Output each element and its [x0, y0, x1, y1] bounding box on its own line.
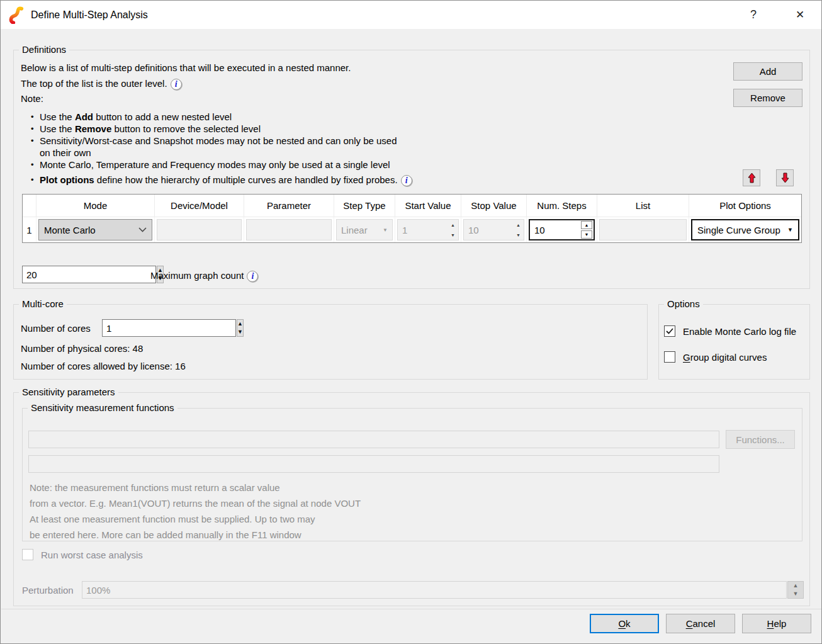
help-button[interactable]: Help [742, 614, 811, 633]
bullet-text: Use the Remove button to remove the sele… [40, 123, 261, 135]
intro-line2-row: The top of the list is the outer level.i [21, 76, 351, 91]
spin-down-icon[interactable]: ▼ [788, 590, 803, 598]
max-graph-count-spinbox: ▲▼ [22, 266, 147, 283]
title-bar: Define Multi-Step Analysis ? ✕ [1, 1, 821, 29]
col-header-parameter: Parameter [244, 195, 334, 217]
bullet-text: Monte Carlo, Temperature and Frequency m… [40, 159, 390, 171]
spin-up-icon[interactable]: ▲ [237, 320, 243, 328]
sensitivity-parameters-group-label: Sensitivity parameters [19, 387, 118, 397]
col-header-blank [23, 195, 37, 217]
info-icon[interactable]: i [171, 79, 182, 90]
num-steps-value: 10 [530, 225, 580, 235]
table-header-row: Mode Device/Model Parameter Step Type St… [23, 195, 801, 217]
run-worst-case-label: Run worst case analysis [41, 550, 143, 560]
spin-up-icon[interactable]: ▲ [448, 220, 458, 230]
spin-down-icon[interactable]: ▼ [448, 230, 458, 240]
measurement-note-2: At least one measurement function must b… [30, 511, 315, 543]
row-number: 1 [23, 217, 37, 242]
spin-down-icon[interactable]: ▼ [513, 230, 524, 240]
spin-down-icon[interactable]: ▼ [237, 328, 243, 336]
group-digital-curves-label: Group digital curves [683, 352, 767, 363]
measurement-function-field-2[interactable] [28, 455, 719, 473]
col-header-num-steps: Num. Steps [527, 195, 597, 217]
define-multistep-analysis-dialog: Define Multi-Step Analysis ? ✕ Definitio… [0, 0, 822, 644]
notes-bullet-list: • Use the Add button to add a new nested… [31, 111, 412, 186]
bullet-text: Sensitivity/Worst-case and Snapshot mode… [40, 135, 397, 159]
enable-mc-log-label: Enable Monte Carlo log file [683, 326, 796, 337]
measurement-note-1: Note: the measurement functions must ret… [30, 480, 361, 511]
enable-mc-log-checkbox[interactable] [664, 325, 675, 337]
footer-separator [1, 609, 822, 609]
col-header-list: List [597, 195, 689, 217]
bullet-item: • Plot options define how the hierarchy … [31, 174, 412, 186]
device-model-field[interactable] [157, 219, 242, 240]
col-header-device-model: Device/Model [155, 195, 244, 217]
group-digital-curves-checkbox-row: Group digital curves [664, 351, 767, 363]
mode-combobox[interactable]: Monte Carlo [38, 219, 152, 240]
num-steps-spinbox[interactable]: 10 ▲▼ [529, 219, 595, 240]
chevron-down-icon [138, 227, 147, 232]
window-close-button[interactable]: ✕ [781, 1, 819, 29]
cancel-button[interactable]: Cancel [666, 614, 735, 633]
red-up-arrow-icon [748, 172, 756, 183]
group-digital-curves-checkbox[interactable] [664, 351, 675, 363]
move-down-button[interactable] [776, 169, 794, 186]
bullet-text: Use the Add button to add a new nested l… [40, 111, 232, 123]
start-value-spinbox[interactable]: 1 ▲▼ [397, 219, 459, 240]
spin-down-icon[interactable]: ▼ [581, 230, 592, 239]
bullet-item: • Sensitivity/Worst-case and Snapshot mo… [31, 135, 412, 159]
bullet-item: • Monte Carlo, Temperature and Frequency… [31, 159, 412, 171]
col-header-mode: Mode [37, 195, 155, 217]
options-group: Options Enable Monte Carlo log file Grou… [658, 304, 810, 380]
perturbation-label: Perturbation [22, 585, 74, 596]
dropdown-arrow-icon: ▼ [787, 227, 793, 233]
bullet-icon: • [31, 123, 40, 135]
spin-up-icon[interactable]: ▲ [581, 221, 592, 229]
intro-line1: Below is a list of multi-step definition… [21, 60, 351, 76]
list-field[interactable] [599, 219, 687, 240]
info-icon[interactable]: i [247, 271, 258, 282]
functions-button[interactable]: Functions... [726, 430, 795, 449]
max-graph-count-label-row: Maximum graph counti [150, 270, 258, 282]
sensitivity-parameters-group: Sensitivity parameters Sensitivity measu… [13, 392, 810, 606]
max-graph-count-input[interactable] [22, 266, 156, 283]
enable-mc-log-checkbox-row: Enable Monte Carlo log file [664, 325, 796, 337]
stop-value-spinbox[interactable]: 10 ▲▼ [463, 219, 524, 240]
max-graph-count-label: Maximum graph count [150, 270, 244, 281]
app-logo-icon [8, 6, 25, 24]
measurement-function-field-1[interactable] [28, 431, 719, 448]
bullet-icon: • [31, 135, 40, 159]
remove-button[interactable]: Remove [733, 89, 802, 107]
bullet-text: Plot options define how the hierarchy of… [40, 174, 412, 186]
sensitivity-functions-group: Sensitivity measurement functions Functi… [22, 408, 802, 541]
parameter-field[interactable] [246, 219, 332, 240]
col-header-stop-value: Stop Value [461, 195, 527, 217]
bullet-icon: • [31, 111, 40, 123]
definitions-group-label: Definitions [19, 44, 69, 55]
col-header-start-value: Start Value [395, 195, 461, 217]
window-help-button[interactable]: ? [736, 1, 771, 29]
perturbation-input[interactable] [82, 581, 787, 599]
table-row: 1 Monte Carlo Linear ▼ [23, 217, 801, 242]
number-of-cores-input[interactable] [102, 319, 236, 337]
definitions-intro: Below is a list of multi-step definition… [21, 60, 351, 91]
options-group-label: Options [664, 298, 703, 309]
red-down-arrow-icon [781, 172, 789, 183]
run-worst-case-checkbox[interactable] [22, 549, 33, 560]
plot-options-combobox[interactable]: Single Curve Group ▼ [691, 219, 799, 240]
check-icon [666, 328, 673, 334]
definitions-group: Definitions Below is a list of multi-ste… [13, 50, 810, 289]
number-of-cores-label: Number of cores [21, 323, 91, 334]
intro-line2: The top of the list is the outer level. [21, 78, 167, 89]
spin-up-icon[interactable]: ▲ [788, 582, 803, 590]
step-type-combobox[interactable]: Linear ▼ [336, 219, 393, 240]
ok-button[interactable]: Ok [590, 614, 659, 633]
info-icon[interactable]: i [401, 175, 412, 186]
run-worst-case-checkbox-row: Run worst case analysis [22, 549, 143, 560]
add-button[interactable]: Add [733, 62, 802, 81]
move-up-button[interactable] [743, 169, 760, 186]
sensitivity-functions-group-label: Sensitivity measurement functions [28, 402, 177, 413]
spin-up-icon[interactable]: ▲ [513, 220, 524, 230]
bullet-item: • Use the Remove button to remove the se… [31, 123, 412, 135]
mode-value: Monte Carlo [44, 225, 96, 235]
